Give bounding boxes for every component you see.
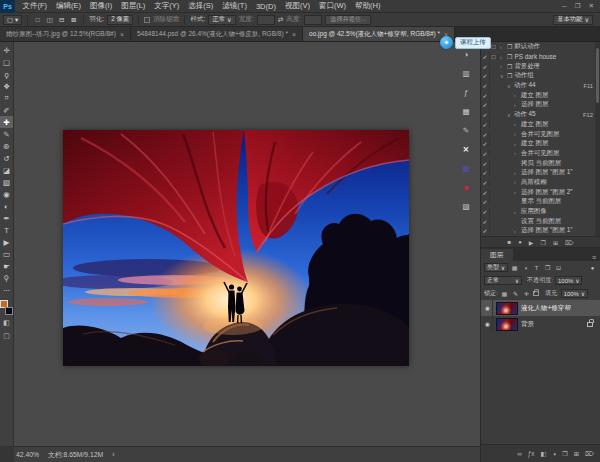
menu-3d[interactable]: 3D(D)	[251, 2, 280, 11]
action-row[interactable]: ✓›应用图像	[481, 207, 600, 217]
type-tool[interactable]: T	[0, 224, 13, 236]
check-icon[interactable]: ✓	[481, 208, 490, 215]
background-color-swatch[interactable]	[5, 307, 13, 315]
menu-edit[interactable]: 编辑(E)	[52, 1, 86, 11]
lock-all-icon[interactable]	[533, 291, 539, 296]
action-row[interactable]: ✓›建立 图层	[481, 139, 600, 149]
action-row[interactable]: ✓∨动作 44F11	[481, 81, 600, 91]
check-icon[interactable]: ✓	[481, 140, 490, 147]
check-icon[interactable]: ✓	[481, 72, 490, 79]
action-row[interactable]: ✓☐›❒默认动作	[481, 42, 600, 52]
quick-selection-tool[interactable]: ❖	[0, 80, 13, 92]
action-row[interactable]: ✓›选择 图层 “图层 1”	[481, 226, 600, 236]
tab-close-icon[interactable]: ×	[120, 31, 124, 38]
quick-mask-button[interactable]: ◧	[0, 317, 13, 328]
actions-scrollbar[interactable]	[595, 42, 600, 236]
expand-arrow-icon[interactable]: ›	[514, 121, 519, 127]
check-icon[interactable]: ✓	[481, 169, 490, 176]
levels-icon[interactable]: ▥	[460, 67, 473, 79]
action-row[interactable]: ✓∨动作 45F12	[481, 110, 600, 120]
expand-arrow-icon[interactable]: ›	[514, 102, 519, 108]
edit-toolbar-icon[interactable]: ⋯	[0, 284, 13, 296]
screen-mode-button[interactable]: ▢	[0, 330, 13, 341]
expand-arrow-icon[interactable]: ›	[514, 209, 519, 215]
dodge-tool[interactable]: ◐	[0, 200, 13, 212]
add-to-selection-icon[interactable]: ◫	[45, 15, 54, 24]
lock-transparent-icon[interactable]: ▦	[500, 290, 509, 297]
select-and-mask-button[interactable]: 选择并遮住...	[325, 15, 371, 25]
new-layer-icon[interactable]: ⊞	[574, 450, 579, 457]
filter-type-icon[interactable]: T	[532, 265, 541, 271]
action-row[interactable]: ✓设置 当前图层	[481, 216, 600, 226]
hand-tool[interactable]: ☛	[0, 260, 13, 272]
new-action-icon[interactable]: ⊞	[553, 239, 558, 246]
minimize-icon[interactable]: ─	[562, 2, 567, 10]
zoom-level-field[interactable]: 42.40%	[16, 451, 39, 458]
filter-image-icon[interactable]: ▦	[510, 264, 519, 271]
action-row[interactable]: ✓›选择 图层	[481, 100, 600, 110]
swatch-red-icon[interactable]: ■	[460, 181, 473, 193]
check-icon[interactable]: ✓	[481, 63, 490, 70]
check-icon[interactable]: ✓	[481, 179, 490, 186]
blend-mode-select[interactable]: 正常 ∨	[484, 276, 522, 285]
opacity-input[interactable]: 100% ∨	[555, 276, 582, 285]
subtract-from-selection-icon[interactable]: ⊟	[57, 15, 66, 24]
dialog-toggle-icon[interactable]: ☐	[490, 54, 498, 60]
menu-window[interactable]: 窗口(W)	[314, 1, 350, 11]
action-row[interactable]: ✓›建立 图层	[481, 120, 600, 130]
close-icon[interactable]: ✕	[589, 2, 594, 10]
layer-name[interactable]: 背景	[521, 320, 534, 329]
check-icon[interactable]: ✓	[481, 160, 490, 167]
lock-position-icon[interactable]: ✛	[522, 290, 531, 297]
intersect-selection-icon[interactable]: ⊠	[69, 15, 78, 24]
document-tab-2[interactable]: 54848144.psd @ 26.4%(液化人物+修皮肤, RGB/8) * …	[131, 27, 303, 41]
lasso-tool[interactable]: ϙ	[0, 68, 13, 80]
dialog-toggle-icon[interactable]: ☐	[490, 44, 498, 50]
expand-arrow-icon[interactable]: ∨	[500, 73, 505, 79]
eraser-tool[interactable]: ◪	[0, 164, 13, 176]
crop-tool[interactable]: ⌗	[0, 92, 13, 104]
record-icon[interactable]: ●	[518, 239, 522, 245]
expand-arrow-icon[interactable]: ›	[500, 54, 505, 60]
layer-thumbnail[interactable]	[496, 302, 518, 315]
path-selection-tool[interactable]: ▶	[0, 236, 13, 248]
eyedropper-tool[interactable]: ✐	[0, 104, 13, 116]
filter-type-select[interactable]: 类型 ∨	[484, 263, 508, 272]
blur-tool[interactable]: ◉	[0, 188, 13, 200]
menu-filter[interactable]: 滤镜(T)	[218, 1, 252, 11]
action-row[interactable]: ✓›高斯模糊	[481, 178, 600, 188]
layer-row-background[interactable]: ◉ 背景	[481, 316, 600, 332]
check-icon[interactable]: ✓	[481, 101, 490, 108]
tool-preset-picker[interactable]: ▢ ▾	[3, 15, 22, 25]
move-tool[interactable]: ✛	[0, 44, 13, 56]
layer-name[interactable]: 液化人物+修穿帮	[521, 304, 571, 313]
expand-arrow-icon[interactable]: ›	[500, 44, 505, 50]
layer-row-liquify[interactable]: ◉ 液化人物+修穿帮	[481, 300, 600, 316]
filter-toggle-icon[interactable]: ●	[588, 265, 597, 271]
expand-arrow-icon[interactable]: ›	[514, 179, 519, 185]
expand-arrow-icon[interactable]: ›	[514, 141, 519, 147]
expand-arrow-icon[interactable]: ›	[514, 189, 519, 195]
check-icon[interactable]: ✓	[481, 82, 490, 89]
zoom-tool[interactable]: ⚲	[0, 272, 13, 284]
restore-icon[interactable]: ❐	[575, 2, 581, 10]
action-row[interactable]: ✓›选择 图层 “图层 2”	[481, 187, 600, 197]
swatch-dark-icon[interactable]: ▩	[460, 162, 473, 174]
pattern-icon[interactable]: ▨	[460, 200, 473, 212]
check-icon[interactable]: ✓	[481, 92, 490, 99]
width-input[interactable]	[257, 15, 275, 25]
spot-healing-tool[interactable]: ✚	[0, 116, 13, 128]
action-row[interactable]: ✓›合并可见图层	[481, 129, 600, 139]
new-set-icon[interactable]: ❒	[540, 239, 545, 246]
visibility-eye-icon[interactable]: ◉	[483, 316, 493, 332]
lock-pixels-icon[interactable]: ✎	[511, 290, 520, 297]
filter-smart-icon[interactable]: ⊡	[554, 264, 563, 271]
action-row[interactable]: ✓显示 当前图层	[481, 197, 600, 207]
style-select[interactable]: 正常 ∨	[208, 15, 235, 25]
fill-input[interactable]: 100% ∨	[561, 289, 588, 298]
visibility-eye-icon[interactable]: ◉	[483, 300, 493, 316]
menu-image[interactable]: 图像(I)	[86, 1, 117, 11]
menu-layer[interactable]: 图层(L)	[117, 1, 150, 11]
action-row[interactable]: ✓›❒背景处理	[481, 61, 600, 71]
swap-dimensions-icon[interactable]: ⇄	[278, 16, 284, 24]
